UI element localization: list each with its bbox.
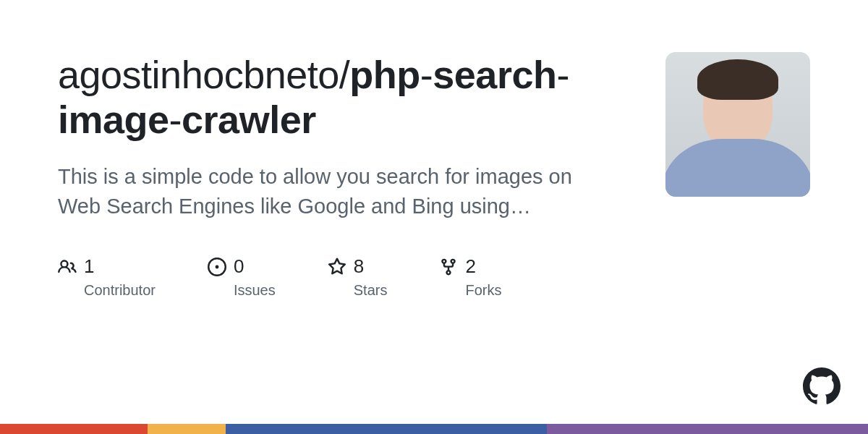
repo-name-part-0[interactable]: php (349, 53, 420, 96)
stat-issues[interactable]: 0 Issues (208, 255, 276, 299)
language-segment (148, 424, 226, 434)
repo-title[interactable]: agostinhocbneto/php-search-image-crawler (58, 52, 637, 142)
slash: / (339, 53, 350, 96)
contributors-count: 1 (84, 255, 94, 278)
repo-name-part-1[interactable]: search (433, 53, 556, 96)
avatar[interactable] (665, 52, 810, 197)
issues-label: Issues (234, 282, 276, 299)
stat-stars[interactable]: 8 Stars (328, 255, 388, 299)
issues-count: 0 (234, 255, 244, 278)
repo-description: This is a simple code to allow you searc… (58, 162, 608, 221)
contributors-label: Contributor (84, 282, 156, 299)
repo-card: agostinhocbneto/php-search-image-crawler… (0, 0, 868, 299)
language-segment (547, 424, 868, 434)
repo-name-part-2[interactable]: image (58, 98, 169, 141)
repo-main: agostinhocbneto/php-search-image-crawler… (58, 52, 637, 299)
stat-contributors[interactable]: 1 Contributor (58, 255, 156, 299)
repo-owner[interactable]: agostinhocbneto (58, 53, 339, 96)
forks-count: 2 (465, 255, 475, 278)
people-icon (58, 258, 77, 276)
star-icon (328, 258, 346, 276)
forks-label: Forks (465, 282, 501, 299)
fork-icon (439, 258, 458, 276)
language-segment (0, 424, 148, 434)
repo-name-part-3[interactable]: crawler (182, 98, 316, 141)
stars-count: 8 (354, 255, 364, 278)
stars-label: Stars (354, 282, 388, 299)
repo-stats: 1 Contributor 0 Issues 8 (58, 255, 637, 299)
language-segment (226, 424, 547, 434)
github-logo-icon[interactable] (803, 367, 841, 405)
language-bar (0, 424, 868, 434)
issue-icon (208, 258, 226, 276)
stat-forks[interactable]: 2 Forks (439, 255, 501, 299)
